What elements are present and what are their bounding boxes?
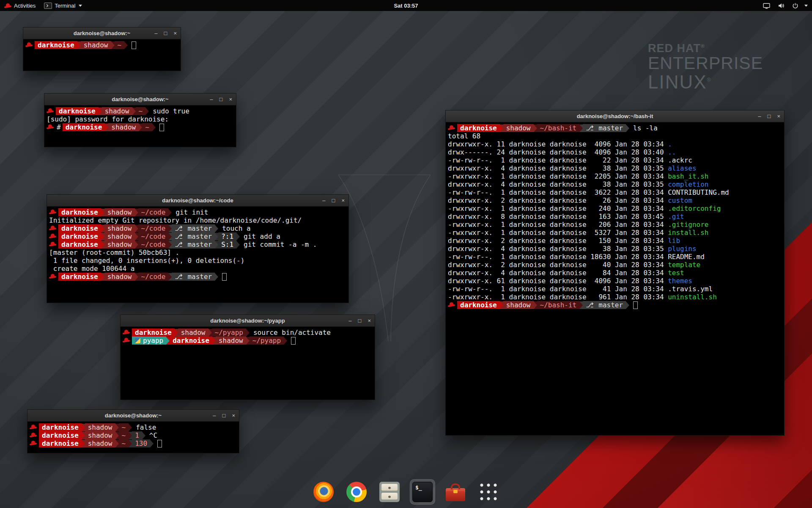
window-titlebar[interactable]: darknoise@shadow:~/pyapp–□×	[121, 315, 375, 327]
maximize-button[interactable]: □	[219, 97, 223, 102]
redhat-prompt-icon	[123, 338, 130, 343]
prompt-segment-host: shadow	[178, 329, 208, 337]
maximize-button[interactable]: □	[164, 30, 167, 36]
segment-text: ~/bash-it	[540, 301, 577, 309]
prompt-segment-host: shadow	[104, 240, 135, 248]
chevron-down-icon	[804, 5, 808, 7]
terminal-line: create mode 100644 a	[49, 265, 346, 273]
segment-text: darknoise	[135, 329, 172, 337]
dock-item-firefox[interactable]	[311, 479, 336, 505]
prompt-segment-git: ⎇ master	[172, 232, 215, 240]
maximize-button[interactable]: □	[358, 318, 362, 323]
close-button[interactable]: ×	[777, 113, 780, 119]
prompt-segment-path: ~/code	[138, 240, 169, 248]
terminal-content[interactable]: darknoiseshadow~falsedarknoiseshadow~1^C…	[27, 422, 239, 449]
terminal-cursor	[222, 273, 227, 281]
terminal-content[interactable]: darknoiseshadow~	[23, 39, 181, 51]
prompt-segment-path: ~	[119, 431, 129, 439]
close-button[interactable]: ×	[229, 97, 232, 102]
window-titlebar[interactable]: darknoise@shadow:~/code–□×	[47, 195, 348, 207]
close-button[interactable]: ×	[341, 198, 345, 203]
file-name: .git	[668, 213, 684, 221]
prompt-segment-user: darknoise	[35, 41, 77, 49]
minimize-button[interactable]: –	[322, 198, 325, 203]
window-titlebar[interactable]: darknoise@shadow:~/bash-it–□×	[446, 110, 784, 122]
terminal-line: -rwxrwxr-x. 1 darknoise darknoise 5327 J…	[448, 229, 782, 237]
terminal-content[interactable]: darknoiseshadow~/pyappsource bin/activat…	[121, 327, 375, 346]
window-titlebar[interactable]: darknoise@shadow:~–□×	[23, 28, 181, 39]
file-meta: -rwxrwxr-x. 1 darknoise darknoise 206 Ja…	[448, 221, 668, 229]
segment-text: shadow	[107, 240, 132, 248]
clock[interactable]: Sat 03:57	[390, 0, 422, 11]
terminal-line: -rw-rw-r--. 1 darknoise darknoise 41 Jan…	[448, 285, 782, 293]
terminal-line: -rw-rw-r--. 1 darknoise darknoise 22 Jan…	[448, 156, 782, 164]
terminal-window-w6: darknoise@shadow:~/bash-it–□×darknoisesh…	[445, 110, 785, 436]
redhat-prompt-icon	[448, 302, 455, 308]
maximize-button[interactable]: □	[332, 198, 335, 203]
power-icon	[792, 3, 798, 9]
powerline-arrow	[236, 241, 240, 248]
terminal-line: -rw-rw-r--. 1 darknoise darknoise 18630 …	[448, 253, 782, 261]
prompt-segment-venv: pyapp	[132, 337, 166, 345]
file-meta: drwxrwxr-x. 61 darknoise darknoise 4096 …	[448, 277, 668, 285]
terminal-window-w4: darknoise@shadow:~/pyapp–□×darknoiseshad…	[120, 315, 375, 400]
terminal-content[interactable]: darknoiseshadow~/codegit initInitialized…	[47, 207, 348, 282]
file-meta: drwxrwxr-x. 4 darknoise darknoise 38 Jan…	[448, 180, 668, 188]
maximize-button[interactable]: □	[768, 113, 771, 119]
file-name: .	[668, 140, 672, 148]
prompt-segment-host: shadow	[85, 423, 115, 431]
system-menu[interactable]	[756, 0, 812, 11]
terminal-content[interactable]: darknoiseshadow~sudo true[sudo] password…	[44, 105, 236, 133]
segment-text: ~/code	[141, 224, 166, 232]
maximize-button[interactable]: □	[222, 413, 226, 418]
app-menu[interactable]: Terminal	[40, 0, 86, 11]
terminal-line: darknoiseshadow~sudo true	[47, 107, 234, 115]
prompt-segment-path: ~	[136, 107, 146, 115]
powerline-arrow	[129, 424, 132, 431]
terminal-cursor	[157, 440, 162, 447]
command-text: source bin/activate	[253, 329, 331, 337]
powerline-arrow	[175, 329, 178, 337]
powerline-arrow	[82, 440, 85, 447]
minimize-button[interactable]: –	[348, 318, 351, 323]
close-button[interactable]: ×	[368, 318, 371, 323]
segment-text: darknoise	[173, 337, 209, 345]
powerline-arrow	[215, 241, 218, 248]
command-text: git add a	[244, 232, 280, 240]
minimize-button[interactable]: –	[213, 413, 216, 418]
prompt-segment-host: shadow	[216, 337, 246, 345]
window-titlebar[interactable]: darknoise@shadow:~–□×	[44, 94, 236, 105]
file-meta: -rwxrwxr-x. 1 darknoise darknoise 240 Ja…	[448, 204, 668, 213]
activities-button[interactable]: Activities	[0, 0, 40, 11]
top-bar: Activities Terminal Sat 03:57	[0, 0, 812, 11]
file-name: lib	[668, 237, 680, 245]
dock-item-files[interactable]	[377, 479, 402, 505]
git-branch-icon: ⎇	[175, 224, 187, 232]
dock-item-app-grid[interactable]	[476, 479, 501, 505]
minimize-button[interactable]: –	[758, 113, 761, 119]
minimize-button[interactable]: –	[154, 30, 157, 36]
powerline-arrow	[168, 273, 172, 281]
close-button[interactable]: ×	[232, 413, 235, 418]
terminal-window-w5: darknoise@shadow:~–□×darknoiseshadow~fal…	[27, 409, 239, 453]
prompt-segment-git: ⎇ master	[172, 224, 215, 232]
dock-item-toolbox[interactable]	[443, 479, 468, 505]
minimize-button[interactable]: –	[210, 97, 213, 102]
segment-text: darknoise	[38, 41, 74, 49]
terminal-content[interactable]: darknoiseshadow~/bash-it⎇ masterls -lato…	[446, 122, 784, 311]
output-text: create mode 100644 a	[49, 265, 134, 273]
dock-item-chrome[interactable]	[344, 479, 369, 505]
prompt-segment-user: darknoise	[457, 301, 500, 309]
dock-item-terminal[interactable]: $_	[410, 479, 435, 505]
powerline-arrow	[246, 329, 250, 337]
window-titlebar[interactable]: darknoise@shadow:~–□×	[27, 410, 239, 422]
windows-layer: darknoise@shadow:~–□×darknoiseshadow~dar…	[0, 0, 812, 508]
file-meta: drwx------. 24 darknoise darknoise 4096 …	[448, 148, 668, 156]
segment-text: darknoise	[61, 232, 98, 240]
terminal-line: darknoiseshadow~/bash-it⎇ masterls -la	[448, 124, 782, 132]
output-text: [master (root-commit) 50bcb63] .	[49, 248, 179, 257]
close-button[interactable]: ×	[173, 30, 177, 36]
toolbox-latch	[453, 490, 458, 493]
redhat-prompt-icon	[30, 433, 37, 438]
powerline-arrow	[101, 233, 104, 240]
